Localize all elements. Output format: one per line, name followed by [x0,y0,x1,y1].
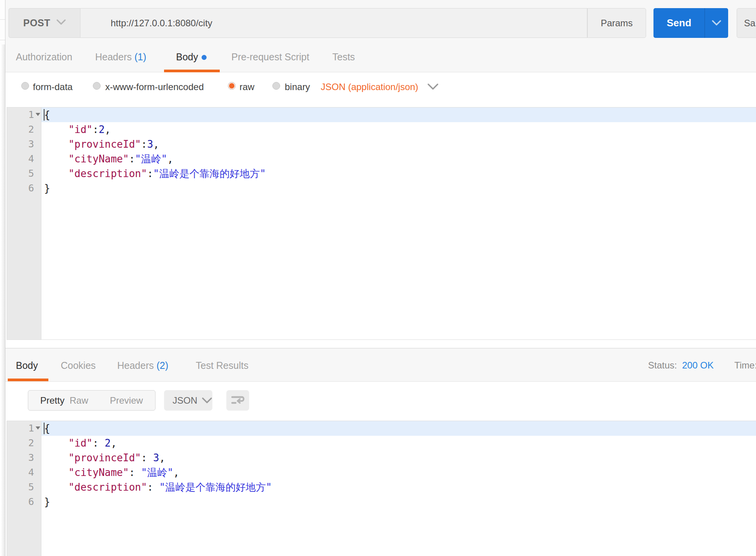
status-label: Status: [648,360,677,371]
request-body-editor[interactable]: 1 { 2 "id":2, 3 "provinceId":3, 4 "cityN… [7,107,756,340]
url-field-wrap [80,8,587,38]
code-line[interactable]: } [41,495,756,509]
response-header: Body Cookies Headers (2) Test Results St… [5,348,756,382]
content-type-select[interactable]: JSON (application/json) [321,82,418,92]
tab-prerequest-script[interactable]: Pre-request Script [231,51,309,63]
code-line[interactable]: "id":2, [41,122,756,137]
text-cursor [44,423,44,434]
chevron-down-icon [56,19,66,27]
method-label: POST [23,17,50,29]
status-value: 200 OK [682,360,713,371]
code-line[interactable]: "provinceId": 3, [41,450,756,465]
save-button[interactable]: Sa [737,8,756,38]
line-number: 3 [7,137,34,152]
code-line[interactable]: "cityName":"温岭", [41,152,756,166]
time-label: Time: [734,360,756,371]
request-header: POST Params Send Sa Authorization Header… [5,0,756,72]
line-number: 5 [7,480,34,495]
code-line[interactable]: "id": 2, [41,436,756,450]
url-input[interactable] [80,9,587,38]
line-number: 6 [7,495,34,509]
sidebar-edge [0,0,5,556]
tab-authorization[interactable]: Authorization [16,51,72,63]
line-number: 1 [7,107,34,122]
line-number: 2 [7,436,34,450]
fold-caret-icon[interactable] [36,426,40,430]
params-button[interactable]: Params [587,8,646,38]
code-line[interactable]: "provinceId":3, [41,137,756,152]
line-number: 4 [7,465,34,480]
radio-raw-label[interactable]: raw [239,82,255,92]
radio-urlencoded-label[interactable]: x-www-form-urlencoded [105,82,204,92]
response-format-select[interactable]: JSON [164,390,212,411]
params-label: Params [601,18,633,29]
line-number: 6 [7,181,34,196]
code-line[interactable]: { [41,107,756,122]
tab-tests[interactable]: Tests [332,51,355,63]
send-options-button[interactable] [705,20,728,26]
send-label: Send [653,17,705,29]
response-view-switch: Pretty Raw Preview [28,390,156,411]
view-pretty-button[interactable]: Pretty [40,395,65,406]
code-line[interactable]: "cityName": "温岭", [41,465,756,480]
postman-window: POST Params Send Sa Authorization Header… [0,0,756,556]
code-line[interactable]: "description": "温岭是个靠海的好地方" [41,480,756,495]
chevron-down-icon[interactable] [428,84,438,92]
text-cursor [44,109,44,121]
tab-body[interactable]: Body [176,51,207,63]
view-preview-button[interactable]: Preview [110,395,143,406]
active-tab-underline [164,70,220,72]
save-label: Sa [744,18,755,29]
active-response-tab-underline [8,379,48,381]
text-wrap-icon [231,395,245,406]
send-button[interactable]: Send [653,8,728,38]
view-raw-button[interactable]: Raw [70,395,88,406]
body-has-content-dot [202,55,207,60]
code-line[interactable]: "description":"温岭是个靠海的好地方" [41,166,756,181]
line-number: 4 [7,152,34,166]
line-number: 3 [7,450,34,465]
response-tab-body[interactable]: Body [16,360,38,371]
wrap-text-button[interactable] [226,390,249,411]
format-label: JSON [173,395,197,406]
radio-form-data-label[interactable]: form-data [33,82,73,92]
response-headers-count-badge: (2) [156,360,168,371]
response-tab-headers[interactable]: Headers (2) [117,360,168,371]
code-line[interactable]: { [41,421,756,436]
radio-raw[interactable] [228,82,236,90]
radio-binary[interactable] [272,82,280,90]
radio-urlencoded[interactable] [93,82,101,90]
response-body-editor[interactable]: 1 { 2 "id": 2, 3 "provinceId": 3, 4 "cit… [7,421,756,556]
line-number: 1 [7,421,34,436]
chevron-down-icon [202,397,212,404]
method-select[interactable]: POST [9,8,80,38]
line-number: 5 [7,166,34,181]
headers-count-badge: (1) [134,51,146,62]
radio-binary-label[interactable]: binary [285,82,310,92]
fold-caret-icon[interactable] [36,113,40,116]
code-line[interactable]: } [41,181,756,196]
tab-headers[interactable]: Headers (1) [95,51,146,63]
response-tab-test-results[interactable]: Test Results [196,360,248,371]
chevron-down-icon [712,20,721,26]
line-number: 2 [7,122,34,137]
response-tab-cookies[interactable]: Cookies [61,360,96,371]
radio-form-data[interactable] [21,82,29,90]
